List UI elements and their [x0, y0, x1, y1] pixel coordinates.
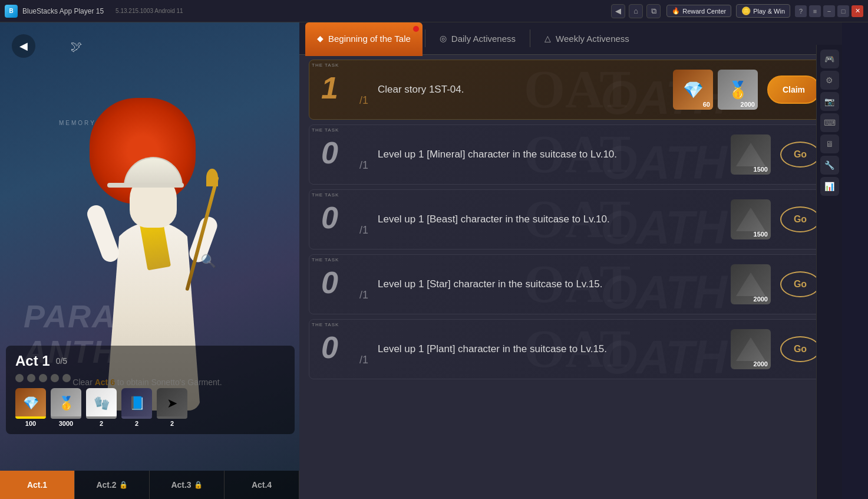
- coin-reward-icon: 🥇: [51, 388, 81, 419]
- act-tabs: Act.1 Act.2 🔒 Act.3 🔒 Act.4: [0, 471, 299, 499]
- help-button[interactable]: ?: [795, 5, 807, 17]
- gem-icon: 💎: [15, 388, 46, 419]
- task-go-4[interactable]: Go: [780, 271, 820, 297]
- sidebar-icon-1[interactable]: 🎮: [820, 50, 839, 68]
- arrow-icon: ➤: [157, 388, 187, 419]
- task-card-5: THE TASK 0 /1 Level up 1 [Plant] charact…: [309, 319, 833, 379]
- reward-count-5: 2000: [754, 360, 768, 367]
- triangle-icon: △: [544, 34, 551, 43]
- act-tab-2[interactable]: Act.2 🔒: [75, 471, 150, 499]
- reward-count-3: 1500: [754, 231, 768, 238]
- task-denom-3: /1: [359, 224, 368, 237]
- task-desc-4: Level up 1 [Star] character in the suitc…: [378, 277, 721, 291]
- task-card-3: THE TASK 0 /1 Level up 1 [Beast] charact…: [309, 189, 833, 250]
- task-progress-3: 0 /1: [321, 202, 368, 237]
- back-arrow-button[interactable]: ◀: [12, 34, 35, 58]
- reward-coin: 🥇 3000: [51, 388, 81, 427]
- tab-beginning[interactable]: ◆ Beginning of the Tale: [305, 22, 423, 54]
- task-desc-1: Clear story 1ST-04.: [378, 83, 664, 97]
- sidebar-icon-3[interactable]: 📷: [820, 92, 839, 111]
- right-sidebar: 🎮 ⚙ 📷 ⌨ 🖥 🔧 📊: [816, 45, 842, 499]
- tab-divider-1: [425, 29, 425, 47]
- rewards-row: 💎 100 🥇 3000 🧤: [15, 388, 285, 427]
- dot-2: [27, 374, 35, 382]
- reward-center-button[interactable]: 🔥 Reward Center: [666, 5, 731, 17]
- sidebar-icon-6[interactable]: 🔧: [820, 156, 839, 175]
- act-progress-panel: Act 1 0/5 💎 100: [6, 346, 295, 434]
- act3-label: Act.3: [171, 480, 191, 490]
- reward-arrow: ➤ 2: [157, 388, 187, 427]
- left-panel: ◀ 🕊 MEMORY OF GLORY PARADEANTHEM: [0, 22, 299, 499]
- dot-5: [62, 374, 71, 382]
- dot-1: [15, 374, 24, 382]
- tab-daily[interactable]: ◎ Daily Activeness: [428, 22, 527, 54]
- task-current-2: 0: [321, 137, 338, 168]
- task-reward-2: 1500: [731, 134, 771, 175]
- task-card-1: THE TASK 1 /1 Clear story 1ST-04. OATH 💎…: [309, 60, 833, 120]
- task-reward-5: 2000: [731, 329, 771, 369]
- task-denom-1: /1: [359, 94, 368, 107]
- dot-3: [39, 374, 47, 382]
- maximize-button[interactable]: □: [837, 5, 849, 17]
- reward-center-label: Reward Center: [682, 8, 726, 15]
- sidebar-icon-5[interactable]: 🖥: [820, 134, 839, 153]
- task-desc-2: Level up 1 [Mineral] character in the su…: [378, 147, 721, 162]
- task-go-3[interactable]: Go: [780, 206, 820, 232]
- reward-count-4: 2000: [754, 296, 768, 303]
- tab-weekly[interactable]: △ Weekly Activeness: [533, 22, 641, 54]
- arrow-label: 2: [170, 420, 174, 427]
- task-go-2[interactable]: Go: [780, 142, 820, 168]
- circle-icon: ◎: [440, 34, 447, 43]
- task-reward-gem-1: 💎 60: [673, 70, 713, 110]
- task-progress-5: 0 /1: [321, 332, 368, 366]
- sidebar-icon-2[interactable]: ⚙: [820, 71, 839, 90]
- task-badge-5: THE TASK: [312, 322, 339, 327]
- back-button[interactable]: ◀: [611, 4, 625, 18]
- task-rewards-1: 💎 60 🥇 2000: [673, 70, 758, 110]
- sidebar-icon-4[interactable]: ⌨: [820, 113, 839, 132]
- act-tab-4[interactable]: Act.4: [225, 471, 299, 499]
- tab-beginning-label: Beginning of the Tale: [328, 34, 411, 44]
- sidebar-icon-7[interactable]: 📊: [820, 177, 839, 196]
- magnify-icon: 🔍: [200, 254, 216, 269]
- task-denom-2: /1: [359, 159, 368, 172]
- task-card-4: THE TASK 0 /1 Level up 1 [Star] characte…: [309, 254, 833, 314]
- close-button[interactable]: ✕: [852, 5, 863, 17]
- task-list: THE TASK 1 /1 Clear story 1ST-04. OATH 💎…: [299, 55, 842, 384]
- play-win-button[interactable]: 🪙 Play & Win: [736, 4, 790, 18]
- task-denom-5: /1: [359, 354, 368, 366]
- act-tab-1[interactable]: Act.1: [0, 471, 75, 499]
- task-progress-1: 1 /1: [321, 73, 368, 107]
- fire-icon: 🔥: [672, 7, 680, 15]
- act-tab-3[interactable]: Act.3 🔒: [150, 471, 225, 499]
- tab-divider-2: [530, 29, 530, 47]
- title-bar: B BlueStacks App Player 15 5.13.215.1003…: [0, 0, 868, 22]
- task-reward-coin-1: 🥇 2000: [718, 70, 758, 110]
- coin-icon: 🪙: [741, 6, 751, 15]
- menu-button[interactable]: ≡: [809, 5, 821, 17]
- task-denom-4: /1: [359, 289, 368, 301]
- beginning-badge: [413, 26, 419, 32]
- task-current-4: 0: [321, 267, 338, 298]
- act3-lock-icon: 🔒: [194, 481, 203, 489]
- act1-label: Act.1: [27, 480, 47, 490]
- task-current-1: 1: [321, 73, 338, 103]
- task-claim-1[interactable]: Claim: [767, 75, 820, 104]
- tab-daily-label: Daily Activeness: [451, 34, 516, 44]
- game-area: ◀ 🕊 MEMORY OF GLORY PARADEANTHEM: [0, 22, 842, 499]
- right-panel: ◆ Beginning of the Tale ◎ Daily Activene…: [299, 22, 842, 499]
- minimize-button[interactable]: −: [823, 5, 835, 17]
- app-version: 5.13.215.1003 Android 11: [115, 8, 183, 14]
- task-go-5[interactable]: Go: [780, 336, 820, 362]
- task-progress-2: 0 /1: [321, 137, 368, 172]
- reward-count-coin-1: 2000: [741, 101, 755, 108]
- task-reward-4: 2000: [731, 264, 771, 304]
- act-title: Act 1: [15, 353, 50, 369]
- task-card-2: THE TASK 0 /1 Level up 1 [Mineral] chara…: [309, 124, 833, 185]
- task-progress-4: 0 /1: [321, 267, 368, 301]
- book-icon: 📘: [121, 388, 152, 419]
- task-reward-3: 1500: [731, 199, 771, 239]
- tabs-button[interactable]: ⧉: [646, 4, 661, 18]
- nav-buttons: ◀ ⌂ ⧉: [611, 4, 661, 18]
- home-button[interactable]: ⌂: [629, 4, 643, 18]
